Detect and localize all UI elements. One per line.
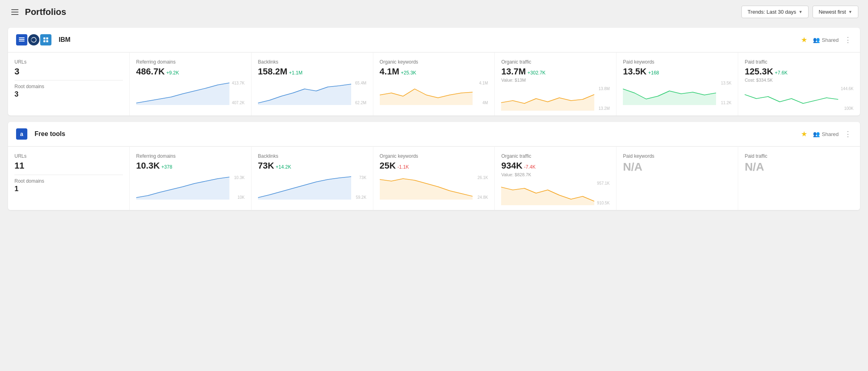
portfolio-header-right: ★👥 Shared⋮ xyxy=(801,35,852,44)
shared-label: 👥 Shared xyxy=(813,37,839,43)
chart-range-bottom: 62.2M xyxy=(355,101,366,105)
hamburger-menu[interactable] xyxy=(10,8,20,16)
chart-range-bottom: 100K xyxy=(844,106,854,111)
metric-value-row: 3 xyxy=(14,66,123,77)
chart-range-top: 413.7K xyxy=(232,81,245,85)
svg-marker-13 xyxy=(623,89,716,105)
metric-value: 25K xyxy=(380,161,396,171)
sparkline-svg xyxy=(136,81,229,105)
metric-cell: Referring domains10.3K+37810.3K10K xyxy=(130,146,252,210)
sparkline-svg xyxy=(623,81,716,105)
chart-range-top: 65.4M xyxy=(355,81,366,85)
svg-rect-6 xyxy=(46,37,48,39)
svg-marker-14 xyxy=(136,177,229,200)
header-right: Trends: Last 30 days ▼ Newest first ▼ xyxy=(741,6,858,18)
portfolio-card-ibm: IBM★👥 Shared⋮URLs3Root domains3Referring… xyxy=(8,28,860,115)
metric-label: Backlinks xyxy=(258,59,366,65)
svg-marker-11 xyxy=(380,89,473,105)
metric-cell: Paid traffic125.3K+7.6KCost: $334.5K144.… xyxy=(738,52,860,115)
metric-value: 11 xyxy=(14,161,24,171)
svg-rect-7 xyxy=(43,40,45,42)
page-title: Portfolios xyxy=(25,7,66,17)
sparkline-svg xyxy=(501,87,594,111)
chart-range-bottom: 910.5K xyxy=(597,201,610,205)
metric-value: 10.3K xyxy=(136,161,160,171)
mini-chart: 73K59.2K xyxy=(258,175,366,200)
metric-sub: Cost: $334.5K xyxy=(745,78,854,82)
metric-change: +14.2K xyxy=(276,164,291,170)
chart-range-top: 73K xyxy=(359,175,366,180)
main-content: IBM★👥 Shared⋮URLs3Root domains3Referring… xyxy=(0,24,868,218)
svg-rect-1 xyxy=(19,39,25,40)
metric-value: 934K xyxy=(501,161,522,171)
mini-chart: 10.3K10K xyxy=(136,175,245,200)
metric-sub: Value: $828.7K xyxy=(501,172,610,177)
metric-cell: Paid keywordsN/A xyxy=(616,146,738,210)
chart-range-bottom: 59.2K xyxy=(356,195,366,200)
metric-cell: Organic traffic934K-7.4KValue: $828.7K95… xyxy=(495,146,616,210)
portfolio-name: Free tools xyxy=(35,130,65,138)
chart-range-top: 10.3K xyxy=(234,175,245,180)
mini-chart: 65.4M62.2M xyxy=(258,81,366,105)
metric-value-row: 73K+14.2K xyxy=(258,161,366,171)
metric-cell: Paid keywords13.5K+16813.5K11.2K xyxy=(616,52,738,115)
sparkline-svg xyxy=(380,175,473,200)
chart-range-bottom: 13.2M xyxy=(598,106,610,111)
metric-label: Organic keywords xyxy=(380,59,488,65)
star-icon[interactable]: ★ xyxy=(801,35,807,44)
svg-marker-12 xyxy=(501,95,594,111)
svg-marker-10 xyxy=(258,84,351,105)
metric-label: Referring domains xyxy=(136,153,245,159)
metric-sub: Value: $13M xyxy=(501,78,610,82)
metric-change: +1.1M xyxy=(289,70,303,76)
chart-range-bottom: 407.2K xyxy=(232,101,245,105)
svg-rect-2 xyxy=(19,41,25,41)
mini-chart: 13.5K11.2K xyxy=(623,81,731,105)
metric-value-row: 4.1M+25.3K xyxy=(380,66,488,77)
mini-chart: 144.6K100K xyxy=(745,87,854,111)
chart-range-top: 4.1M xyxy=(479,81,488,85)
metric-secondary-label: Root domains xyxy=(14,84,123,89)
metric-value-row: 10.3K+378 xyxy=(136,161,245,171)
metric-label: Organic traffic xyxy=(501,153,610,159)
metric-change: +25.3K xyxy=(401,70,416,76)
shared-label: 👥 Shared xyxy=(813,131,839,137)
mini-chart: 957.1K910.5K xyxy=(501,181,610,205)
metric-cell: Organic keywords4.1M+25.3K4.1M4M xyxy=(373,52,495,115)
metric-value: 486.7K xyxy=(136,66,165,77)
metrics-grid: URLs3Root domains3Referring domains486.7… xyxy=(8,52,860,115)
metric-value: 4.1M xyxy=(380,66,399,77)
chart-range-top: 957.1K xyxy=(597,181,610,186)
metric-cell: Organic keywords25K-1.1K26.1K24.8K xyxy=(373,146,495,210)
more-options-icon[interactable]: ⋮ xyxy=(844,35,852,44)
metric-change: +378 xyxy=(162,164,172,170)
people-icon: 👥 xyxy=(813,37,820,43)
chart-range-top: 144.6K xyxy=(841,87,854,91)
metric-value-row: 934K-7.4K xyxy=(501,161,610,171)
metric-secondary-value: 1 xyxy=(14,185,123,193)
mini-chart: 13.8M13.2M xyxy=(501,87,610,111)
sort-dropdown[interactable]: Newest first ▼ xyxy=(813,6,858,18)
more-options-icon[interactable]: ⋮ xyxy=(844,130,852,138)
metric-label: Paid keywords xyxy=(623,153,731,159)
header-left: Portfolios xyxy=(10,7,66,17)
metric-cell: Organic traffic13.7M+302.7KValue: $13M13… xyxy=(495,52,616,115)
metric-value-row: 25K-1.1K xyxy=(380,161,488,171)
chart-range-bottom: 10K xyxy=(237,195,245,200)
svg-marker-16 xyxy=(380,179,473,200)
portfolio-header-left: IBM xyxy=(16,34,70,45)
sparkline-svg xyxy=(380,81,473,105)
metric-change: +302.7K xyxy=(528,70,546,76)
sparkline-svg xyxy=(258,81,351,105)
portfolio-header-right: ★👥 Shared⋮ xyxy=(801,130,852,138)
star-icon[interactable]: ★ xyxy=(801,130,807,138)
svg-rect-5 xyxy=(43,37,45,39)
metric-value-row: 13.5K+168 xyxy=(623,66,731,77)
metric-value-row: 13.7M+302.7K xyxy=(501,66,610,77)
metric-value: 13.5K xyxy=(623,66,647,77)
mini-chart: 4.1M4M xyxy=(380,81,488,105)
metric-value: 158.2M xyxy=(258,66,287,77)
metric-change: +7.6K xyxy=(775,70,788,76)
trends-dropdown[interactable]: Trends: Last 30 days ▼ xyxy=(741,6,809,18)
mini-chart: 413.7K407.2K xyxy=(136,81,245,105)
